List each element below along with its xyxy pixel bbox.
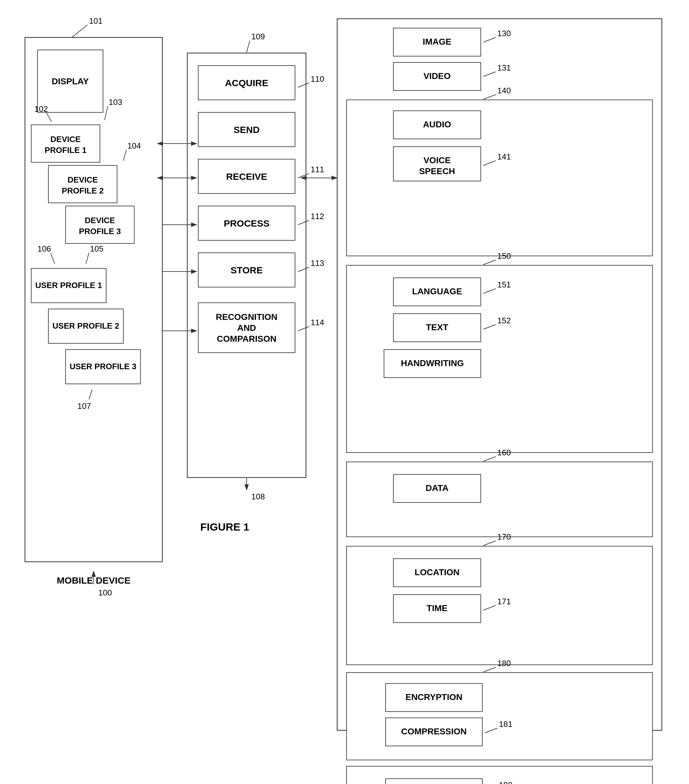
process-label: PROCESS [224,218,270,229]
encryption-label: ENCRYPTION [405,692,463,702]
user-profile-3-label: USER PROFILE 3 [69,362,137,371]
ref105: 105 [90,244,103,254]
handwriting-label: HANDWRITING [401,358,464,368]
ref108: 108 [251,492,265,501]
voice-speech-label1: VOICE [423,155,450,165]
time-label: TIME [427,603,448,613]
voice-speech-label2: SPEECH [419,166,455,176]
ref180: 180 [497,659,511,668]
ref130: 130 [497,29,511,38]
description-box [386,779,482,784]
ref131: 131 [497,63,511,72]
display-label: DISPLAY [52,76,89,86]
ref151: 151 [497,280,511,289]
user-profile-1-label: USER PROFILE 1 [35,281,102,290]
ref190: 190 [499,780,512,784]
ref101: 101 [89,16,102,26]
acquire-label: ACQUIRE [225,78,268,88]
ref171: 171 [497,597,511,606]
ref181: 181 [499,720,512,729]
data-label: DATA [425,483,448,493]
ref104: 104 [127,141,141,150]
ref107: 107 [77,401,91,411]
image-label: IMAGE [423,37,452,46]
location-label: LOCATION [415,567,460,577]
device-profile-1-label: DEVICE [51,135,81,144]
ref112: 112 [311,212,324,221]
ref114: 114 [311,318,324,327]
send-label: SEND [234,125,259,135]
recognition-label1: RECOGNITION [216,312,277,322]
video-label: VIDEO [423,71,450,81]
text-label: TEXT [426,323,448,332]
device-profile-1-label2: PROFILE 1 [45,145,86,155]
compression-label: COMPRESSION [401,726,467,736]
ref110: 110 [311,74,324,84]
recognition-label3: COMPARISON [217,334,277,344]
ref101-line [72,25,87,38]
device-profile-2-label: DEVICE [68,175,98,184]
device-profile-2-label2: PROFILE 2 [62,186,104,195]
ref140: 140 [497,86,511,95]
ref152: 152 [497,316,511,325]
inner-box-data [346,462,653,537]
ref113: 113 [311,259,324,268]
ref150: 150 [497,251,511,260]
language-label: LANGUAGE [412,287,462,296]
device-profile-3-label: DEVICE [85,216,115,225]
figure-label: FIGURE 1 [200,521,249,533]
ref141: 141 [497,152,511,161]
diagram-svg: MOBILE DEVICE 100 101 DISPLAY DEVICE PRO… [0,0,689,784]
ref170: 170 [497,532,511,542]
ref160: 160 [497,448,511,457]
ref103: 103 [109,97,122,107]
inner-box-audio [346,100,653,256]
device-profile-3-label2: PROFILE 3 [79,227,121,236]
receive-label: RECEIVE [226,171,267,182]
ref109: 109 [251,32,265,41]
ref102: 102 [35,104,48,114]
ref111: 111 [311,165,324,174]
audio-label: AUDIO [423,120,451,129]
ref100: 100 [98,588,112,597]
ref106: 106 [38,244,51,254]
recognition-label2: AND [237,323,256,333]
store-label: STORE [231,265,263,275]
ref109-line [247,41,250,53]
user-profile-2-label: USER PROFILE 2 [53,321,119,331]
